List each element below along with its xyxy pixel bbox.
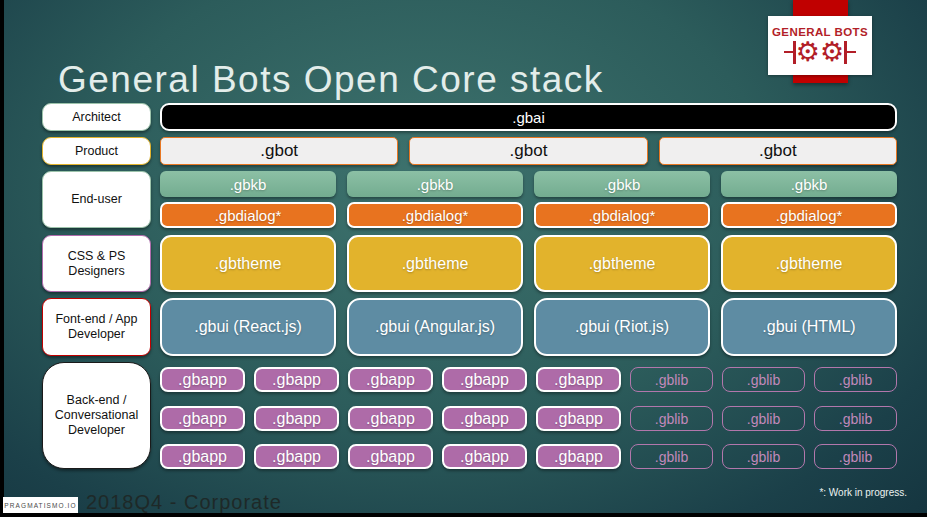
gbapp-box: .gbapp [254, 444, 339, 469]
gblib-box: .gblib [722, 406, 805, 431]
gears-icon: ⚙ ⚙ [784, 39, 856, 65]
row-gbtheme: .gbtheme .gbtheme .gbtheme .gbtheme [160, 235, 897, 292]
gblib-box: .gblib [630, 367, 713, 392]
role-label-product: Product [42, 137, 151, 165]
row-gbui: .gbui (React.js) .gbui (Angular.js) .gbu… [160, 298, 897, 356]
row-gbapp-gblib-3: .gbapp .gbapp .gbapp .gbapp .gbapp .gbli… [160, 444, 897, 469]
gbapp-box: .gbapp [348, 406, 433, 431]
gbdialog-box: .gbdialog* [160, 202, 336, 228]
gbkb-box: .gbkb [721, 171, 897, 197]
row-gbai: .gbai [160, 103, 897, 131]
gbapp-box: .gbapp [536, 367, 621, 392]
gbapp-box: .gbapp [442, 406, 527, 431]
gbapp-box: .gbapp [442, 444, 527, 469]
gbdialog-box: .gbdialog* [721, 202, 897, 228]
gbai-box: .gbai [160, 103, 897, 131]
gbapp-box: .gbapp [536, 444, 621, 469]
gbapp-box: .gbapp [160, 406, 245, 431]
gear-icon: ⚙ [796, 39, 820, 65]
gbkb-box: .gbkb [160, 171, 336, 197]
gbapp-box: .gbapp [348, 444, 433, 469]
gbdialog-box: .gbdialog* [534, 202, 710, 228]
gbui-angular-box: .gbui (Angular.js) [347, 298, 523, 356]
gblib-box: .gblib [722, 444, 805, 469]
gbdialog-box: .gbdialog* [347, 202, 523, 228]
pragmatismo-brand-badge: PRAGMATISMO.IO [3, 497, 78, 513]
row-gbkb: .gbkb .gbkb .gbkb .gbkb [160, 171, 897, 197]
gblib-box: .gblib [814, 444, 897, 469]
row-gbdialog: .gbdialog* .gbdialog* .gbdialog* .gbdial… [160, 202, 897, 228]
gbkb-box: .gbkb [347, 171, 523, 197]
gbot-box: .gbot [659, 137, 897, 165]
gbapp-box: .gbapp [254, 367, 339, 392]
gear-icon: ⚙ [820, 39, 844, 65]
row-gbapp-gblib-2: .gbapp .gbapp .gbapp .gbapp .gbapp .gbli… [160, 406, 897, 431]
left-border-strip [0, 0, 4, 517]
gbot-box: .gbot [160, 137, 398, 165]
role-label-backend-conversational-developer: Back-end / Conversational Developer [42, 362, 151, 469]
gbapp-box: .gbapp [254, 406, 339, 431]
row-gbot: .gbot .gbot .gbot [160, 137, 897, 165]
gblib-box: .gblib [630, 406, 713, 431]
gbui-react-box: .gbui (React.js) [160, 298, 336, 356]
page-title: General Bots Open Core stack [58, 59, 604, 101]
gbui-html-box: .gbui (HTML) [721, 298, 897, 356]
gbapp-box: .gbapp [442, 367, 527, 392]
gbapp-box: .gbapp [536, 406, 621, 431]
gblib-box: .gblib [722, 367, 805, 392]
footer-caption: 2018Q4 - Corporate [86, 491, 282, 514]
gbtheme-box: .gbtheme [721, 235, 897, 292]
gbtheme-box: .gbtheme [160, 235, 336, 292]
role-label-architect: Architect [42, 103, 151, 131]
gbot-box: .gbot [409, 137, 647, 165]
slide: General Bots Open Core stack GENERAL BOT… [0, 0, 927, 517]
work-in-progress-note: *: Work in progress. [819, 487, 907, 498]
gear-endcap-left-line [784, 51, 793, 54]
row-gbapp-gblib-1: .gbapp .gbapp .gbapp .gbapp .gbapp .gbli… [160, 367, 897, 392]
role-label-css-ps-designers: CSS & PS Designers [42, 235, 151, 292]
role-label-end-user: End-user [42, 171, 151, 228]
gear-endcap-right-line [847, 51, 856, 54]
gblib-box: .gblib [814, 406, 897, 431]
general-bots-logo: GENERAL BOTS ⚙ ⚙ [768, 16, 872, 75]
gbui-riot-box: .gbui (Riot.js) [534, 298, 710, 356]
gblib-box: .gblib [814, 367, 897, 392]
gbapp-box: .gbapp [348, 367, 433, 392]
gbtheme-box: .gbtheme [347, 235, 523, 292]
gbtheme-box: .gbtheme [534, 235, 710, 292]
gbkb-box: .gbkb [534, 171, 710, 197]
gbapp-box: .gbapp [160, 367, 245, 392]
gbapp-box: .gbapp [160, 444, 245, 469]
role-label-frontend-app-developer: Font-end / App Developer [42, 298, 151, 356]
gblib-box: .gblib [630, 444, 713, 469]
bottom-border-strip [0, 513, 927, 517]
